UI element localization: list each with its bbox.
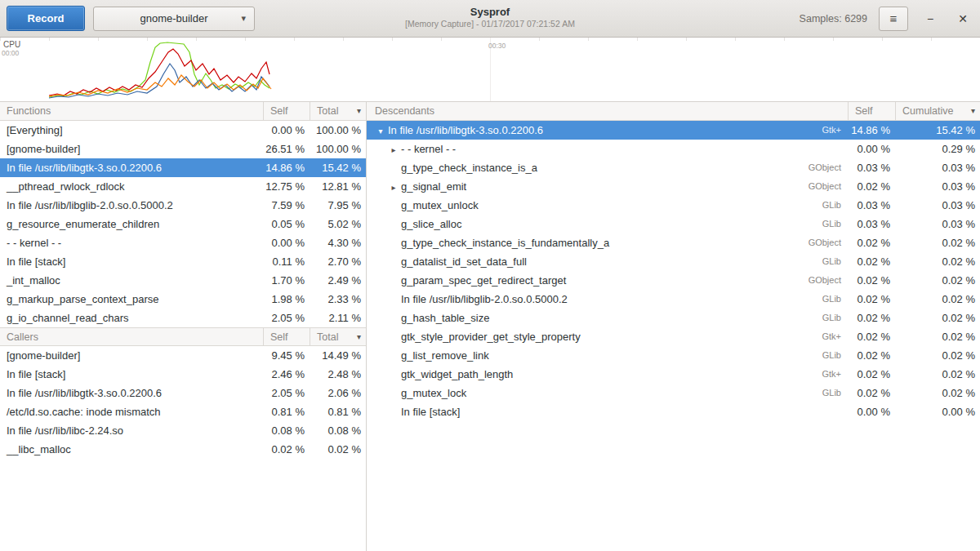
descendants-table: ▾In file /usr/lib/libgtk-3.so.0.2200.6Gt…	[367, 121, 980, 421]
total-value: 5.02 %	[310, 215, 366, 233]
minimize-button[interactable]: −	[920, 8, 941, 29]
cumulative-value: 0.02 %	[895, 327, 980, 346]
function-name: - - kernel - -	[0, 233, 263, 252]
library-badge: GObject	[791, 233, 848, 252]
caller-row[interactable]: __libc_malloc0.02 %0.02 %	[0, 440, 366, 459]
descendant-row[interactable]: ▸g_signal_emitGObject0.02 %0.03 %	[367, 177, 980, 196]
total-column-header[interactable]: Total ▾	[310, 102, 366, 120]
caller-row[interactable]: In file [stack]2.46 %2.48 %	[0, 365, 366, 384]
descendant-row[interactable]: g_type_check_instance_is_aGObject0.03 %0…	[367, 158, 980, 177]
self-value: 0.00 %	[848, 402, 895, 421]
callers-column-header[interactable]: Callers	[0, 328, 263, 345]
descendant-row[interactable]: g_type_check_instance_is_fundamentally_a…	[367, 233, 980, 252]
function-row[interactable]: [gnome-builder]26.51 %100.00 %	[0, 140, 366, 158]
function-name: __pthread_rwlock_rdlock	[0, 177, 263, 196]
function-row[interactable]: In file /usr/lib/libgtk-3.so.0.2200.614.…	[0, 158, 366, 177]
library-badge: GLib	[791, 252, 848, 271]
self-value: 0.03 %	[848, 158, 895, 177]
descendant-row[interactable]: In file /usr/lib/libglib-2.0.so.0.5000.2…	[367, 290, 980, 309]
caller-name: In file /usr/lib/libc-2.24.so	[0, 421, 263, 440]
descendant-row[interactable]: g_list_remove_linkGLib0.02 %0.02 %	[367, 346, 980, 365]
expand-icon[interactable]: ▸	[386, 178, 401, 196]
descendant-name-cell: g_type_check_instance_is_a	[367, 158, 791, 177]
samples-count: Samples: 6299	[800, 13, 867, 24]
collapse-icon[interactable]: ▾	[373, 122, 388, 140]
cpu-timeline[interactable]: CPU 00:00 00:30	[0, 38, 980, 102]
descendant-name: g_signal_emit	[401, 180, 466, 193]
descendant-row[interactable]: ▾In file /usr/lib/libgtk-3.so.0.2200.6Gt…	[367, 121, 980, 140]
descendant-name-cell: g_hash_table_size	[367, 309, 791, 327]
descendant-row[interactable]: gtk_style_provider_get_style_propertyGtk…	[367, 327, 980, 346]
total-column-label: Total	[317, 328, 338, 345]
caller-row[interactable]: In file /usr/lib/libgtk-3.so.0.2200.62.0…	[0, 384, 366, 402]
function-row[interactable]: g_markup_parse_context_parse1.98 %2.33 %	[0, 290, 366, 309]
functions-column-header[interactable]: Functions	[0, 102, 263, 120]
descendant-row[interactable]: g_mutex_lockGLib0.02 %0.02 %	[367, 384, 980, 402]
total-value: 2.48 %	[310, 365, 366, 384]
total-value: 2.33 %	[310, 290, 366, 309]
expand-icon[interactable]: ▸	[386, 140, 401, 158]
descendant-row[interactable]: g_hash_table_sizeGLib0.02 %0.02 %	[367, 309, 980, 327]
minimize-icon: −	[927, 12, 933, 25]
total-value: 4.30 %	[310, 233, 366, 252]
descendant-name-cell: In file [stack]	[367, 402, 791, 421]
function-row[interactable]: In file /usr/lib/libglib-2.0.so.0.5000.2…	[0, 196, 366, 215]
descendant-name: In file [stack]	[401, 406, 460, 418]
function-row[interactable]: In file [stack]0.11 %2.70 %	[0, 252, 366, 271]
library-badge	[791, 402, 848, 421]
caller-row[interactable]: /etc/ld.so.cache: inode mismatch0.81 %0.…	[0, 402, 366, 421]
total-column-header[interactable]: Total ▾	[310, 328, 366, 345]
cumulative-value: 0.03 %	[895, 158, 980, 177]
function-row[interactable]: [Everything]0.00 %100.00 %	[0, 121, 366, 140]
self-value: 0.81 %	[263, 402, 310, 421]
right-pane: Descendants Self Cumulative ▾ ▾In file /…	[367, 102, 980, 551]
function-row[interactable]: __pthread_rwlock_rdlock12.75 %12.81 %	[0, 177, 366, 196]
record-button[interactable]: Record	[7, 6, 85, 31]
self-column-header[interactable]: Self	[848, 102, 895, 120]
descendant-row[interactable]: g_slice_allocGLib0.03 %0.03 %	[367, 215, 980, 233]
self-value: 0.02 %	[263, 440, 310, 459]
cumulative-value: 0.02 %	[895, 346, 980, 365]
function-name: _int_malloc	[0, 271, 263, 290]
total-value: 0.08 %	[310, 421, 366, 440]
caller-row[interactable]: [gnome-builder]9.45 %14.49 %	[0, 346, 366, 365]
self-value: 0.11 %	[263, 252, 310, 271]
cumulative-value: 0.03 %	[895, 196, 980, 215]
descendant-name-cell: g_type_check_instance_is_fundamentally_a	[367, 233, 791, 252]
close-icon: ✕	[958, 12, 968, 25]
descendants-column-header[interactable]: Descendants	[367, 102, 848, 120]
caller-row[interactable]: In file /usr/lib/libc-2.24.so0.08 %0.08 …	[0, 421, 366, 440]
function-row[interactable]: _int_malloc1.70 %2.49 %	[0, 271, 366, 290]
self-column-header[interactable]: Self	[263, 328, 310, 345]
descendant-row[interactable]: In file [stack]0.00 %0.00 %	[367, 402, 980, 421]
library-badge: GLib	[791, 196, 848, 215]
function-row[interactable]: g_io_channel_read_chars2.05 %2.11 %	[0, 309, 366, 327]
total-value: 2.11 %	[310, 309, 366, 327]
self-value: 0.00 %	[263, 121, 310, 140]
self-value: 2.05 %	[263, 309, 310, 327]
descendant-name: In file /usr/lib/libglib-2.0.so.0.5000.2	[401, 293, 568, 305]
function-row[interactable]: g_resource_enumerate_children0.05 %5.02 …	[0, 215, 366, 233]
process-selector-dropdown[interactable]: gnome-builder ▾	[93, 7, 255, 31]
descendant-name-cell: g_param_spec_get_redirect_target	[367, 271, 791, 290]
descendant-name: In file /usr/lib/libgtk-3.so.0.2200.6	[388, 124, 543, 136]
descendant-row[interactable]: g_mutex_unlockGLib0.03 %0.03 %	[367, 196, 980, 215]
total-value: 7.95 %	[310, 196, 366, 215]
descendant-row[interactable]: g_datalist_id_set_data_fullGLib0.02 %0.0…	[367, 252, 980, 271]
sysprof-window: Record gnome-builder ▾ Sysprof [Memory C…	[0, 0, 980, 551]
cumulative-column-header[interactable]: Cumulative ▾	[895, 102, 980, 120]
cumulative-value: 15.42 %	[895, 121, 980, 140]
self-value: 0.02 %	[848, 177, 895, 196]
self-value: 2.46 %	[263, 365, 310, 384]
descendant-row[interactable]: ▸- - kernel - -0.00 %0.29 %	[367, 140, 980, 158]
descendant-row[interactable]: gtk_widget_path_lengthGtk+0.02 %0.02 %	[367, 365, 980, 384]
menu-button[interactable]: ≡	[879, 7, 908, 31]
library-badge: Gtk+	[791, 121, 848, 140]
function-row[interactable]: - - kernel - -0.00 %4.30 %	[0, 233, 366, 252]
close-button[interactable]: ✕	[952, 8, 973, 29]
descendant-name: g_type_check_instance_is_a	[401, 162, 537, 174]
self-column-header[interactable]: Self	[263, 102, 310, 120]
total-value: 2.49 %	[310, 271, 366, 290]
self-value: 26.51 %	[263, 140, 310, 158]
descendant-row[interactable]: g_param_spec_get_redirect_targetGObject0…	[367, 271, 980, 290]
